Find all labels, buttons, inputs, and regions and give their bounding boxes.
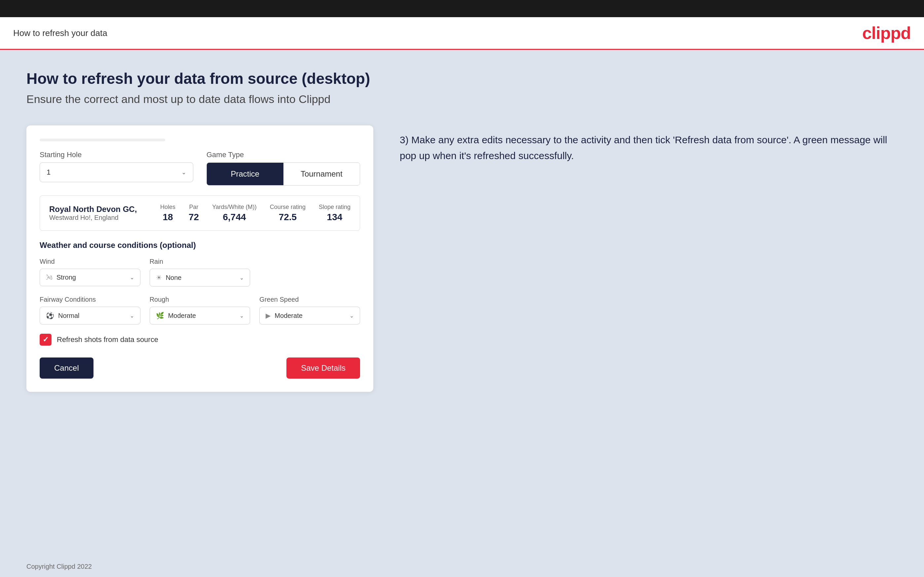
rough-group: Rough 🌿 Moderate ⌄ bbox=[150, 296, 250, 324]
rain-value: None bbox=[166, 274, 236, 282]
practice-button[interactable]: Practice bbox=[207, 163, 283, 185]
card-container: Starting Hole 1 ⌄ Game Type Practice Tou… bbox=[26, 126, 373, 392]
fairway-select[interactable]: ⚽ Normal ⌄ bbox=[40, 307, 141, 324]
refresh-checkbox-row: ✓ Refresh shots from data source bbox=[40, 334, 360, 346]
rain-group: Rain ☀ None ⌄ bbox=[150, 258, 250, 287]
chevron-down-icon: ⌄ bbox=[349, 313, 354, 319]
empty-col bbox=[259, 258, 360, 287]
chevron-down-icon: ⌄ bbox=[239, 313, 244, 319]
rough-icon: 🌿 bbox=[156, 312, 164, 319]
course-rating-label: Course rating bbox=[270, 204, 305, 211]
holes-label: Holes bbox=[160, 204, 175, 211]
course-location: Westward Ho!, England bbox=[49, 214, 147, 221]
rough-select[interactable]: 🌿 Moderate ⌄ bbox=[150, 307, 250, 324]
course-row: Royal North Devon GC, Westward Ho!, Engl… bbox=[40, 195, 360, 231]
copyright: Copyright Clippd 2022 bbox=[26, 563, 92, 570]
header: How to refresh your data clippd bbox=[0, 17, 924, 50]
starting-hole-label: Starting Hole bbox=[40, 150, 193, 159]
page-subheading: Ensure the correct and most up to date d… bbox=[26, 93, 898, 106]
fairway-group: Fairway Conditions ⚽ Normal ⌄ bbox=[40, 296, 141, 324]
rough-value: Moderate bbox=[168, 312, 236, 319]
fairway-icon: ⚽ bbox=[46, 312, 54, 319]
rough-label: Rough bbox=[150, 296, 250, 303]
top-bar bbox=[0, 0, 924, 17]
holes-stat: Holes 18 bbox=[160, 204, 175, 222]
side-text: 3) Make any extra edits necessary to the… bbox=[400, 126, 898, 164]
green-speed-select[interactable]: ▶ Moderate ⌄ bbox=[259, 307, 360, 324]
chevron-down-icon: ⌄ bbox=[130, 274, 134, 280]
course-info: Royal North Devon GC, Westward Ho!, Engl… bbox=[49, 205, 147, 221]
starting-hole-value: 1 bbox=[47, 168, 50, 177]
chevron-down-icon: ⌄ bbox=[130, 313, 134, 319]
wind-group: Wind 🌬 Strong ⌄ bbox=[40, 258, 141, 287]
slope-rating-label: Slope rating bbox=[319, 204, 351, 211]
footer: Copyright Clippd 2022 bbox=[0, 556, 924, 577]
course-name: Royal North Devon GC, bbox=[49, 205, 147, 214]
top-form-row: Starting Hole 1 ⌄ Game Type Practice Tou… bbox=[40, 150, 360, 185]
slope-rating-stat: Slope rating 134 bbox=[319, 204, 351, 222]
chevron-down-icon: ⌄ bbox=[239, 275, 244, 281]
button-row: Cancel Save Details bbox=[40, 358, 360, 379]
game-type-label: Game Type bbox=[207, 150, 360, 159]
wind-value: Strong bbox=[57, 274, 126, 281]
par-label: Par bbox=[189, 204, 199, 211]
refresh-checkbox[interactable]: ✓ bbox=[40, 334, 52, 346]
logo: clippd bbox=[862, 23, 911, 43]
rain-select[interactable]: ☀ None ⌄ bbox=[150, 269, 250, 287]
page-heading: How to refresh your data from source (de… bbox=[26, 70, 898, 87]
starting-hole-select[interactable]: 1 ⌄ bbox=[40, 163, 193, 182]
header-title: How to refresh your data bbox=[13, 28, 107, 38]
main-content: How to refresh your data from source (de… bbox=[0, 50, 924, 556]
rain-label: Rain bbox=[150, 258, 250, 265]
slope-rating-value: 134 bbox=[327, 212, 342, 222]
refresh-label: Refresh shots from data source bbox=[57, 335, 158, 344]
conditions-row2: Fairway Conditions ⚽ Normal ⌄ Rough 🌿 Mo… bbox=[40, 296, 360, 324]
par-value: 72 bbox=[189, 212, 199, 222]
green-speed-group: Green Speed ▶ Moderate ⌄ bbox=[259, 296, 360, 324]
wind-rain-row: Wind 🌬 Strong ⌄ Rain ☀ None ⌄ bbox=[40, 258, 360, 287]
cancel-button[interactable]: Cancel bbox=[40, 358, 94, 379]
holes-value: 18 bbox=[163, 212, 173, 222]
green-speed-icon: ▶ bbox=[266, 312, 271, 319]
partial-top bbox=[40, 139, 165, 141]
par-stat: Par 72 bbox=[189, 204, 199, 222]
fairway-label: Fairway Conditions bbox=[40, 296, 141, 303]
rain-icon: ☀ bbox=[156, 274, 162, 282]
content-row: Starting Hole 1 ⌄ Game Type Practice Tou… bbox=[26, 126, 898, 392]
fairway-value: Normal bbox=[58, 312, 126, 319]
game-type-buttons: Practice Tournament bbox=[207, 163, 360, 185]
save-button[interactable]: Save Details bbox=[286, 358, 360, 379]
yards-label: Yards/White (M)) bbox=[212, 204, 257, 211]
weather-section-title: Weather and course conditions (optional) bbox=[40, 241, 360, 250]
yards-stat: Yards/White (M)) 6,744 bbox=[212, 204, 257, 222]
side-description: 3) Make any extra edits necessary to the… bbox=[400, 132, 898, 164]
starting-hole-group: Starting Hole 1 ⌄ bbox=[40, 150, 193, 185]
wind-icon: 🌬 bbox=[46, 274, 53, 281]
check-icon: ✓ bbox=[43, 335, 48, 344]
green-speed-value: Moderate bbox=[275, 312, 346, 319]
green-speed-label: Green Speed bbox=[259, 296, 360, 303]
course-rating-stat: Course rating 72.5 bbox=[270, 204, 305, 222]
course-rating-value: 72.5 bbox=[279, 212, 297, 222]
wind-select[interactable]: 🌬 Strong ⌄ bbox=[40, 269, 141, 286]
tournament-button[interactable]: Tournament bbox=[283, 163, 360, 185]
wind-label: Wind bbox=[40, 258, 141, 265]
chevron-down-icon: ⌄ bbox=[181, 169, 186, 176]
game-type-group: Game Type Practice Tournament bbox=[207, 150, 360, 185]
yards-value: 6,744 bbox=[223, 212, 246, 222]
